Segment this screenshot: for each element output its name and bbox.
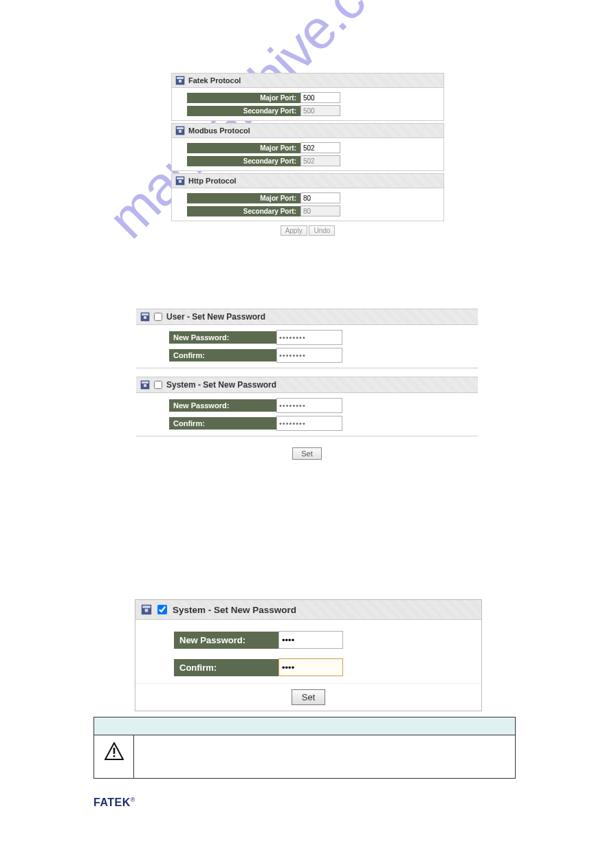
svg-rect-19 <box>113 748 115 754</box>
enable-system-password-checkbox[interactable] <box>157 605 167 614</box>
system-password-panel-active: System - Set New Password New Password: … <box>135 599 482 711</box>
window-icon <box>175 176 185 186</box>
major-port-input[interactable] <box>300 142 340 153</box>
panel-body: Major Port: Secondary Port: <box>172 138 443 170</box>
note-box <box>94 717 516 779</box>
confirm-password-input[interactable] <box>278 658 343 676</box>
panel-modbus: Modbus Protocol Major Port: Secondary Po… <box>171 123 444 171</box>
undo-button[interactable]: Undo <box>309 225 335 236</box>
new-password-input[interactable] <box>278 631 343 649</box>
major-port-label: Major Port: <box>187 143 300 153</box>
panel-title: User - Set New Password <box>166 312 265 322</box>
svg-rect-13 <box>142 381 149 383</box>
window-icon <box>141 604 152 615</box>
panel-fatek: Fatek Protocol Major Port: Secondary Por… <box>171 73 444 121</box>
panel-header-user: User - Set New Password <box>136 309 478 325</box>
major-port-label: Major Port: <box>187 193 300 203</box>
protocol-panels: Fatek Protocol Major Port: Secondary Por… <box>171 73 444 238</box>
set-button[interactable]: Set <box>292 447 322 460</box>
window-icon <box>140 312 150 322</box>
field-row-major: Major Port: <box>172 91 443 104</box>
svg-rect-17 <box>145 609 149 612</box>
window-icon <box>140 380 150 390</box>
enable-system-password-checkbox[interactable] <box>154 381 162 389</box>
note-box-body <box>94 735 515 778</box>
new-password-input <box>276 398 342 413</box>
secondary-port-label: Secondary Port: <box>187 106 300 116</box>
panel-header-modbus: Modbus Protocol <box>172 124 443 138</box>
svg-rect-14 <box>144 384 146 387</box>
panel-title: Modbus Protocol <box>188 126 250 135</box>
set-button-row: Set <box>135 683 481 711</box>
window-icon <box>175 126 185 135</box>
panel-header-system: System - Set New Password <box>136 377 478 393</box>
panel-body: Major Port: Secondary Port: <box>172 88 443 120</box>
new-password-input <box>276 330 342 345</box>
registered-mark: ® <box>131 797 135 803</box>
secondary-port-label: Secondary Port: <box>187 156 300 166</box>
field-row-secondary: Secondary Port: <box>172 205 443 217</box>
apply-button[interactable]: Apply <box>281 225 307 236</box>
confirm-label: Confirm: <box>174 659 278 676</box>
panel-title: System - Set New Password <box>173 605 296 615</box>
new-password-label: New Password: <box>169 331 276 344</box>
field-row-secondary: Secondary Port: <box>172 104 443 117</box>
note-box-content <box>134 735 515 778</box>
panel-title: Http Protocol <box>188 177 237 185</box>
note-box-header <box>94 717 515 735</box>
fatek-logo: FATEK® <box>94 797 135 809</box>
confirm-password-input <box>276 416 342 431</box>
field-row-confirm: Confirm: <box>136 415 478 432</box>
secondary-port-label: Secondary Port: <box>187 206 300 216</box>
enable-user-password-checkbox[interactable] <box>154 313 162 321</box>
field-row-confirm: Confirm: <box>136 347 478 364</box>
new-password-label: New Password: <box>169 399 276 412</box>
panel-system-password-active: System - Set New Password New Password: … <box>135 599 482 711</box>
svg-rect-2 <box>179 80 182 82</box>
set-button[interactable]: Set <box>292 689 326 705</box>
major-port-input[interactable] <box>300 192 340 203</box>
brand-text: FATEK <box>94 797 131 808</box>
button-row: Apply Undo <box>171 223 444 238</box>
major-port-label: Major Port: <box>187 93 300 103</box>
svg-rect-20 <box>113 755 115 757</box>
warning-icon-cell <box>94 735 134 778</box>
svg-rect-4 <box>177 127 184 129</box>
panel-header: System - Set New Password <box>135 600 481 620</box>
secondary-port-input <box>300 155 340 166</box>
field-row-secondary: Secondary Port: <box>172 155 443 167</box>
panel-body: New Password: Confirm: Set <box>135 620 481 711</box>
panel-http: Http Protocol Major Port: Secondary Port… <box>171 173 444 221</box>
field-row-confirm: Confirm: <box>135 656 481 679</box>
svg-rect-5 <box>179 130 182 133</box>
panel-system-password: System - Set New Password New Password: … <box>136 377 478 436</box>
secondary-port-input <box>300 105 340 116</box>
confirm-label: Confirm: <box>169 417 276 430</box>
major-port-input[interactable] <box>300 92 340 103</box>
panel-body: New Password: Confirm: <box>136 393 478 436</box>
panel-user-password: User - Set New Password New Password: Co… <box>136 309 478 368</box>
svg-rect-16 <box>142 605 150 608</box>
confirm-password-input <box>276 348 342 363</box>
field-row-newpwd: New Password: <box>136 329 478 346</box>
panel-header-fatek: Fatek Protocol <box>172 74 443 88</box>
set-button-row: Set <box>136 445 478 463</box>
new-password-label: New Password: <box>174 632 278 649</box>
svg-rect-10 <box>142 313 149 315</box>
confirm-label: Confirm: <box>169 349 276 361</box>
window-icon <box>175 76 185 85</box>
panel-body: New Password: Confirm: <box>136 325 478 368</box>
field-row-major: Major Port: <box>172 192 443 204</box>
panel-body: Major Port: Secondary Port: <box>172 188 443 221</box>
svg-rect-11 <box>144 316 146 319</box>
password-panels-group: User - Set New Password New Password: Co… <box>136 309 478 463</box>
svg-rect-8 <box>179 180 182 183</box>
field-row-newpwd: New Password: <box>136 397 478 414</box>
field-row-newpwd: New Password: <box>135 628 481 652</box>
panel-title: Fatek Protocol <box>188 76 241 85</box>
panel-title: System - Set New Password <box>166 380 276 390</box>
warning-icon <box>105 742 124 761</box>
secondary-port-input <box>300 205 340 216</box>
svg-rect-1 <box>177 77 184 79</box>
field-row-major: Major Port: <box>172 142 443 154</box>
